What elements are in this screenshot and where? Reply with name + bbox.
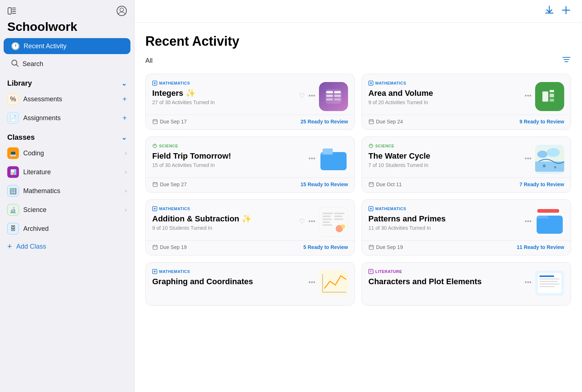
page-title: Recent Activity xyxy=(145,34,571,49)
card-addition-subtraction-info: MATHEMATICS Addition & Subtraction ✨ 9 o… xyxy=(152,206,299,231)
svg-point-49 xyxy=(537,151,547,158)
card-patterns-primes-review[interactable]: 11 Ready to Review xyxy=(517,244,564,250)
card-water-cycle-due: Due Oct 11 xyxy=(368,181,402,187)
svg-point-6 xyxy=(120,8,124,12)
card-characters-plot-subject: LITERATURE xyxy=(368,269,525,274)
sidebar-item-science[interactable]: 🔬 Science › xyxy=(0,200,134,219)
science-label: Science xyxy=(23,206,47,214)
sidebar-item-archived[interactable]: 🗄 Archived xyxy=(0,219,134,238)
svg-rect-0 xyxy=(8,8,11,14)
card-patterns-primes: MATHEMATICS Patterns and Primes 11 of 30… xyxy=(361,199,571,256)
card-integers-body: MATHEMATICS Integers ✨ 27 of 30 Activiti… xyxy=(146,74,355,115)
main-top-bar xyxy=(134,0,582,23)
sidebar-top-bar xyxy=(0,0,134,20)
sidebar-item-literature[interactable]: 📊 Literature › xyxy=(0,163,134,181)
card-field-trip-thumbnail xyxy=(319,145,348,174)
card-area-volume-actions: ••• xyxy=(525,81,564,111)
card-addition-subtraction-review[interactable]: 5 Ready to Review xyxy=(303,244,348,250)
card-water-cycle-actions: ••• xyxy=(525,143,564,174)
card-field-trip-more-button[interactable]: ••• xyxy=(308,155,315,163)
filter-bar: All xyxy=(145,55,571,66)
card-area-volume-review[interactable]: 9 Ready to Review xyxy=(520,119,564,124)
card-addition-subtraction-more-button[interactable]: ••• xyxy=(308,218,315,225)
svg-rect-64 xyxy=(323,221,330,223)
assessments-icon: % xyxy=(7,93,19,105)
card-area-volume-footer: Due Sep 24 9 Ready to Review xyxy=(362,115,571,130)
card-water-cycle-more-button[interactable]: ••• xyxy=(525,155,532,163)
svg-rect-42 xyxy=(153,183,157,187)
svg-rect-78 xyxy=(537,209,559,213)
svg-rect-61 xyxy=(323,213,333,214)
svg-rect-41 xyxy=(323,148,333,154)
add-button[interactable] xyxy=(561,5,571,17)
card-addition-subtraction-actions: ♡ ••• xyxy=(299,206,348,237)
svg-rect-98 xyxy=(539,283,559,285)
toggle-sidebar-button[interactable] xyxy=(7,6,17,16)
svg-rect-97 xyxy=(539,281,558,282)
sidebar-item-assignments[interactable]: 📄 Assignments + xyxy=(0,109,134,127)
card-integers-review[interactable]: 25 Ready to Review xyxy=(300,119,348,124)
card-addition-subtraction-body: MATHEMATICS Addition & Subtraction ✨ 9 o… xyxy=(146,200,355,240)
card-patterns-primes-due: Due Sep 19 xyxy=(368,244,403,250)
card-integers-subject: MATHEMATICS xyxy=(152,81,299,86)
sidebar-item-coding[interactable]: 💻 Coding › xyxy=(0,144,134,163)
sidebar-item-assessments[interactable]: % Assessments + xyxy=(0,90,134,109)
card-graphing-coordinates-subject: MATHEMATICS xyxy=(152,269,308,274)
svg-rect-80 xyxy=(369,245,373,249)
assignments-label: Assignments xyxy=(23,114,61,122)
download-button[interactable] xyxy=(544,5,554,17)
card-patterns-primes-more-button[interactable]: ••• xyxy=(525,218,532,225)
card-field-trip-review[interactable]: 15 Ready to Review xyxy=(300,181,348,187)
card-integers-heart-button[interactable]: ♡ xyxy=(299,92,305,100)
sidebar-item-search[interactable]: Search xyxy=(4,56,130,73)
filter-button[interactable] xyxy=(562,55,571,66)
svg-rect-35 xyxy=(369,120,373,124)
card-characters-plot: LITERATURE Characters and Plot Elements … xyxy=(361,262,571,306)
card-patterns-primes-actions: ••• xyxy=(525,206,564,237)
classes-chevron-icon[interactable]: ⌄ xyxy=(121,134,127,142)
add-class-label: Add Class xyxy=(16,243,46,250)
card-area-volume-more-button[interactable]: ••• xyxy=(525,92,532,100)
add-class-button[interactable]: + Add Class xyxy=(0,238,134,255)
main-content-area: Recent Activity All MATHEMATICS xyxy=(134,0,582,392)
archived-icon: 🗄 xyxy=(7,223,19,234)
assignments-add-button[interactable]: + xyxy=(122,114,127,122)
card-characters-plot-more-button[interactable]: ••• xyxy=(525,279,532,286)
svg-rect-34 xyxy=(550,99,554,102)
svg-point-70 xyxy=(341,224,345,229)
svg-line-8 xyxy=(16,65,19,67)
svg-rect-18 xyxy=(326,91,333,93)
svg-rect-68 xyxy=(334,219,343,220)
sidebar: Schoolwork 🕐 Recent Activity Search Libr… xyxy=(0,0,134,392)
card-integers-info: MATHEMATICS Integers ✨ 27 of 30 Activiti… xyxy=(152,81,299,105)
card-patterns-primes-thumbnail xyxy=(535,208,564,237)
card-characters-plot-thumbnail xyxy=(535,270,564,296)
library-chevron-icon[interactable]: ⌄ xyxy=(121,79,127,87)
card-field-trip-actions: ••• xyxy=(308,143,348,174)
svg-rect-32 xyxy=(550,90,554,92)
card-graphing-coordinates-more-button[interactable]: ••• xyxy=(308,279,315,286)
search-label: Search xyxy=(23,60,43,68)
card-patterns-primes-body: MATHEMATICS Patterns and Primes 11 of 30… xyxy=(362,200,571,240)
card-addition-subtraction-heart-button[interactable]: ♡ xyxy=(299,217,305,225)
sidebar-item-recent-activity[interactable]: 🕐 Recent Activity xyxy=(4,38,130,54)
svg-rect-62 xyxy=(323,216,331,217)
card-water-cycle-title: The Water Cycle xyxy=(368,151,525,161)
card-integers-title: Integers ✨ xyxy=(152,89,299,98)
search-icon xyxy=(11,59,19,69)
card-integers-more-button[interactable]: ••• xyxy=(308,92,315,100)
profile-button[interactable] xyxy=(117,6,127,16)
card-area-volume-subject: MATHEMATICS xyxy=(368,81,525,86)
card-field-trip-due: Due Sep 27 xyxy=(152,181,187,187)
coding-chevron-icon: › xyxy=(125,150,127,156)
card-field-trip-info: SCIENCE Field Trip Tomorrow! 15 of 30 Ac… xyxy=(152,143,308,168)
card-water-cycle-subtitle: 7 of 10 Students Turned In xyxy=(368,162,525,168)
card-water-cycle-review[interactable]: 7 Ready to Review xyxy=(520,181,564,187)
svg-rect-33 xyxy=(550,94,554,97)
card-graphing-coordinates-info: MATHEMATICS Graphing and Coordinates xyxy=(152,269,308,288)
assignments-icon: 📄 xyxy=(7,112,19,124)
card-integers: MATHEMATICS Integers ✨ 27 of 30 Activiti… xyxy=(145,74,355,130)
card-addition-subtraction-title: Addition & Subtraction ✨ xyxy=(152,214,299,224)
assessments-add-button[interactable]: + xyxy=(122,95,127,103)
sidebar-item-mathematics[interactable]: 🔢 Mathematics › xyxy=(0,181,134,200)
